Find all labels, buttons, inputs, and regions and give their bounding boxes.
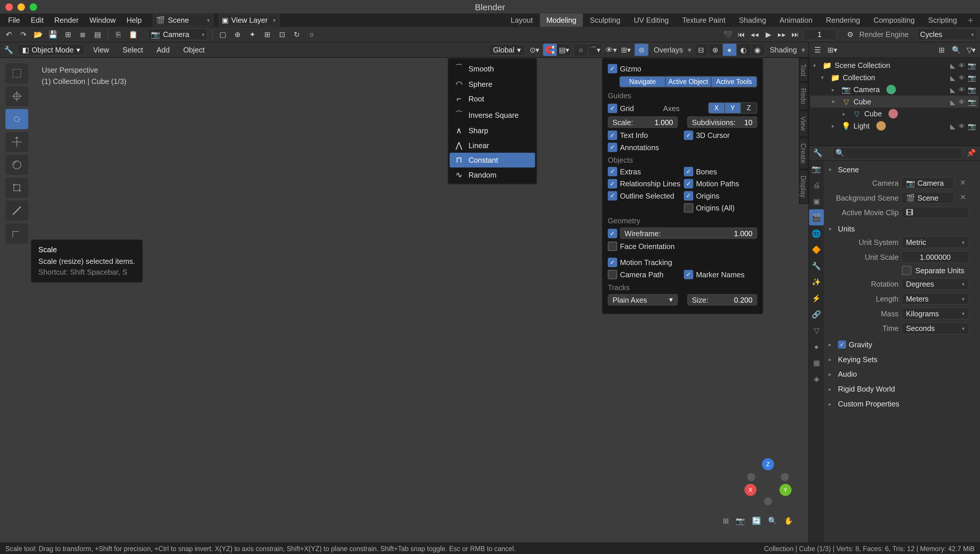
- search-icon[interactable]: 🔍: [950, 44, 962, 56]
- play-icon[interactable]: ▶: [762, 28, 774, 41]
- tab-create[interactable]: Create: [799, 137, 808, 169]
- render-vis-icon[interactable]: 📷: [968, 98, 976, 105]
- tab-modifiers[interactable]: 🔧: [809, 258, 824, 274]
- axis-z-btn[interactable]: Z: [740, 102, 757, 114]
- menu-select[interactable]: Select: [117, 46, 148, 54]
- btn-active-tools[interactable]: Active Tools: [711, 76, 757, 88]
- check-annotations[interactable]: ✓: [608, 143, 617, 152]
- editor-type-icon[interactable]: 🔧: [3, 44, 15, 56]
- exclude-icon[interactable]: ◣: [950, 62, 956, 69]
- rendered-shading-icon[interactable]: ◉: [750, 43, 765, 57]
- falloff-sphere[interactable]: ◠Sphere: [450, 77, 535, 92]
- length-field[interactable]: Meters▾: [901, 293, 969, 305]
- render-shaded-icon[interactable]: 🖤: [722, 28, 734, 41]
- time-field[interactable]: Seconds▾: [901, 322, 969, 334]
- camera-view-icon[interactable]: 📷: [736, 517, 745, 525]
- jump-start-icon[interactable]: ⏮: [735, 28, 747, 41]
- workspace-sculpting[interactable]: Sculpting: [583, 13, 627, 27]
- pin-icon[interactable]: 📌: [965, 147, 977, 159]
- redo-icon[interactable]: ↷: [18, 28, 30, 41]
- menu-view[interactable]: View: [88, 46, 115, 54]
- check-separate-units[interactable]: [902, 266, 911, 275]
- copy-icon[interactable]: ⎘: [112, 28, 124, 41]
- tool-cursor[interactable]: [5, 86, 28, 106]
- check-faceorient[interactable]: [608, 242, 617, 251]
- menu-edit[interactable]: Edit: [25, 13, 49, 27]
- render-vis-icon[interactable]: 📷: [968, 122, 976, 129]
- propedit-toggle[interactable]: ○: [574, 43, 589, 57]
- rotation-field[interactable]: Degrees▾: [901, 278, 969, 290]
- panel-rigidbody[interactable]: ▸Rigid Body World: [827, 383, 977, 395]
- panel-gravity[interactable]: ▸✓Gravity: [827, 339, 977, 351]
- check-motionpaths[interactable]: ✓: [684, 179, 693, 188]
- check-outline[interactable]: ✓: [608, 191, 617, 200]
- maximize-window[interactable]: [30, 3, 37, 10]
- tool-rotate[interactable]: [5, 132, 28, 152]
- undo-icon[interactable]: ↶: [3, 28, 15, 41]
- view-image-icon[interactable]: ▤: [92, 28, 104, 41]
- axis-x-btn[interactable]: X: [708, 102, 725, 114]
- editor-type-icon[interactable]: ☰: [812, 44, 824, 56]
- falloff-random[interactable]: ∿Random: [450, 168, 535, 183]
- panel-keying[interactable]: ▸Keying Sets: [827, 353, 977, 366]
- falloff-sharp[interactable]: ∧Sharp: [450, 123, 535, 138]
- tab-viewlayer[interactable]: ▣: [809, 193, 824, 209]
- tb-icon-6[interactable]: ↻: [291, 28, 303, 41]
- input-track-size[interactable]: Size:0.200: [687, 294, 757, 305]
- tb-icon-3[interactable]: ✦: [247, 28, 259, 41]
- tool-move[interactable]: [5, 109, 28, 129]
- orientation-selector[interactable]: Global ▾: [488, 44, 526, 56]
- pivot-icon[interactable]: ⊙▾: [529, 44, 541, 56]
- tab-scene[interactable]: 🎬: [809, 209, 824, 225]
- axis-neg-icon[interactable]: [764, 497, 772, 505]
- exclude-icon[interactable]: ◣: [950, 74, 956, 81]
- panel-custom[interactable]: ▸Custom Properties: [827, 398, 977, 410]
- chevron-icon[interactable]: ▸: [843, 111, 849, 117]
- eye-icon[interactable]: 👁: [958, 122, 965, 129]
- exclude-icon[interactable]: ◣: [950, 98, 956, 105]
- tb-icon-5[interactable]: ⊡: [276, 28, 288, 41]
- outliner-item-cube-data[interactable]: ▸ ▽ Cube: [810, 108, 978, 120]
- pan-icon[interactable]: 🔍: [768, 517, 777, 525]
- axis-y-icon[interactable]: Y: [779, 484, 792, 496]
- outliner-collection[interactable]: ▾ 📁 Collection ◣👁📷: [810, 72, 978, 84]
- workspace-texturepaint[interactable]: Texture Paint: [676, 13, 732, 27]
- check-grid[interactable]: ✓: [608, 103, 617, 113]
- tab-texture[interactable]: ▦: [809, 355, 824, 371]
- save-icon[interactable]: 💾: [47, 28, 59, 41]
- clear-icon[interactable]: ✕: [960, 178, 969, 188]
- tab-redo[interactable]: Redo: [799, 82, 808, 110]
- matpreview-shading-icon[interactable]: ◐: [736, 43, 751, 57]
- outliner-item-camera[interactable]: ▸ 📷 Camera ◣👁📷: [810, 83, 978, 96]
- keyframe-prev-icon[interactable]: ◂◂: [749, 28, 761, 41]
- display-mode-icon[interactable]: ⊞▾: [827, 44, 839, 56]
- tab-render[interactable]: 📷: [809, 161, 824, 177]
- tab-tool[interactable]: Tool: [799, 58, 808, 82]
- property-search[interactable]: 🔍: [832, 147, 962, 159]
- panel-units[interactable]: ▾Units: [827, 223, 977, 235]
- scene-selector[interactable]: 🎬 Scene ▾: [153, 14, 213, 26]
- check-camerapath[interactable]: [608, 270, 617, 279]
- axis-neg-icon[interactable]: [747, 473, 755, 481]
- tool-select[interactable]: [5, 63, 28, 83]
- tab-physics[interactable]: ⚡: [809, 290, 824, 306]
- check-markernames[interactable]: ✓: [684, 270, 693, 279]
- render-engine-selector[interactable]: Cycles ▾: [917, 28, 977, 41]
- tab-view[interactable]: View: [799, 110, 808, 137]
- check-origins-all[interactable]: [684, 203, 693, 213]
- falloff-smooth[interactable]: ⌒Smooth: [450, 60, 535, 77]
- outliner-scene-collection[interactable]: ▾ 📁 Scene Collection ◣👁📷: [810, 59, 978, 72]
- tab-constraints[interactable]: 🔗: [809, 306, 824, 322]
- tool-measure[interactable]: [5, 223, 28, 244]
- render-vis-icon[interactable]: 📷: [968, 62, 976, 69]
- snap-toggle[interactable]: 🧲: [543, 43, 558, 57]
- frame-number[interactable]: 1: [803, 29, 836, 40]
- workspace-animation[interactable]: Animation: [773, 13, 819, 27]
- wire-shading-icon[interactable]: ⊕: [708, 43, 723, 57]
- viewport-3d[interactable]: User Perspective (1) Collection | Cube (…: [0, 58, 808, 542]
- clear-icon[interactable]: ✕: [960, 193, 969, 202]
- outliner-item-cube[interactable]: ▾ ▽ Cube ◣👁📷: [810, 96, 978, 108]
- workspace-modeling[interactable]: Modeling: [540, 13, 583, 27]
- tab-object[interactable]: 🔶: [809, 242, 824, 258]
- workspace-shading[interactable]: Shading: [732, 13, 773, 27]
